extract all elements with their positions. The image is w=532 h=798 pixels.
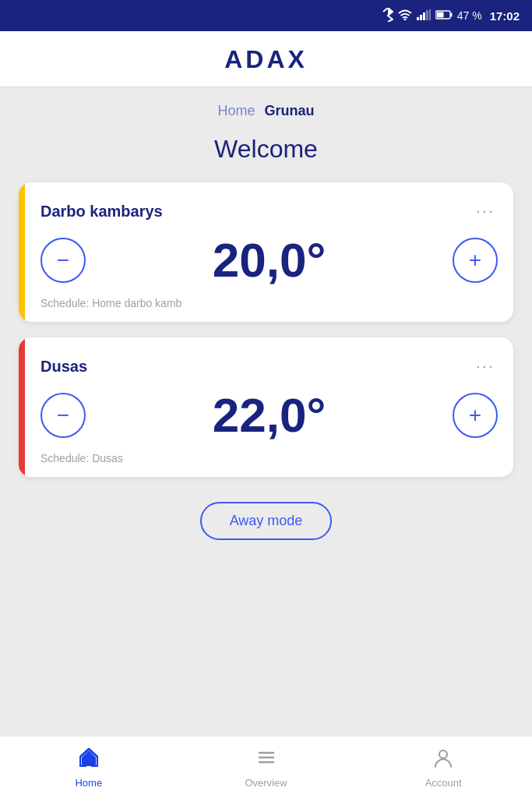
- svg-rect-4: [426, 10, 428, 20]
- device-name-1: Darbo kambarys: [41, 203, 163, 221]
- nav-item-home[interactable]: Home: [0, 736, 178, 798]
- breadcrumb-current[interactable]: Grunau: [265, 103, 315, 119]
- bottom-nav: Home Overview Account: [0, 736, 532, 798]
- status-time: 17:02: [490, 9, 520, 23]
- svg-rect-1: [417, 17, 419, 20]
- app-logo: ADAX: [224, 45, 308, 74]
- nav-item-account[interactable]: Account: [354, 736, 532, 798]
- main-content: Home Grunau Welcome Darbo kambarys ··· −…: [0, 87, 532, 736]
- device-schedule-1: Schedule: Home darbo kamb: [41, 297, 498, 309]
- nav-item-overview[interactable]: Overview: [178, 736, 355, 798]
- battery-percent: 47 %: [457, 9, 482, 22]
- increase-temp-btn-2[interactable]: +: [453, 393, 498, 438]
- nav-label-overview: Overview: [245, 777, 287, 789]
- device-schedule-2: Schedule: Dusas: [41, 452, 498, 464]
- breadcrumb-home[interactable]: Home: [217, 103, 255, 119]
- device-name-2: Dusas: [41, 358, 87, 376]
- card-controls-2: − 22,0° +: [41, 387, 498, 443]
- app-header: ADAX: [0, 31, 532, 87]
- home-icon: [78, 747, 100, 774]
- account-icon: [432, 747, 454, 774]
- increase-temp-btn-1[interactable]: +: [453, 238, 498, 283]
- overview-icon: [255, 747, 277, 774]
- device-menu-btn-1[interactable]: ···: [473, 198, 498, 224]
- card-header-row-1: Darbo kambarys ···: [41, 198, 498, 224]
- svg-point-14: [439, 750, 447, 758]
- signal-icon: [417, 9, 431, 23]
- bluetooth-icon: [382, 8, 393, 24]
- nav-label-account: Account: [425, 777, 462, 789]
- device-menu-btn-2[interactable]: ···: [473, 353, 498, 380]
- device-card-1: Darbo kambarys ··· − 20,0° + Schedule: H…: [19, 182, 513, 322]
- card-accent-2: [19, 337, 25, 477]
- svg-rect-3: [423, 12, 425, 20]
- decrease-temp-btn-1[interactable]: −: [41, 238, 86, 283]
- status-icons: 47 % 17:02: [382, 8, 520, 24]
- card-controls-1: − 20,0° +: [41, 232, 498, 288]
- nav-label-home: Home: [75, 777, 102, 789]
- status-bar: 47 % 17:02: [0, 0, 532, 31]
- svg-point-0: [403, 18, 406, 20]
- card-accent-1: [19, 182, 25, 322]
- breadcrumb: Home Grunau: [217, 103, 314, 119]
- temp-display-1: 20,0°: [213, 232, 326, 288]
- card-header-row-2: Dusas ···: [41, 353, 498, 380]
- card-body-1: Darbo kambarys ··· − 20,0° + Schedule: H…: [25, 182, 513, 322]
- decrease-temp-btn-2[interactable]: −: [41, 393, 86, 438]
- temp-display-2: 22,0°: [213, 387, 326, 443]
- wifi-icon: [398, 9, 412, 23]
- svg-rect-5: [429, 9, 431, 20]
- svg-rect-7: [450, 13, 452, 17]
- battery-icon: [435, 9, 453, 22]
- card-body-2: Dusas ··· − 22,0° + Schedule: Dusas: [25, 337, 513, 477]
- welcome-title: Welcome: [214, 135, 318, 164]
- svg-rect-2: [420, 15, 422, 20]
- away-mode-button[interactable]: Away mode: [200, 502, 333, 540]
- svg-rect-8: [436, 12, 443, 18]
- device-card-2: Dusas ··· − 22,0° + Schedule: Dusas: [19, 337, 513, 477]
